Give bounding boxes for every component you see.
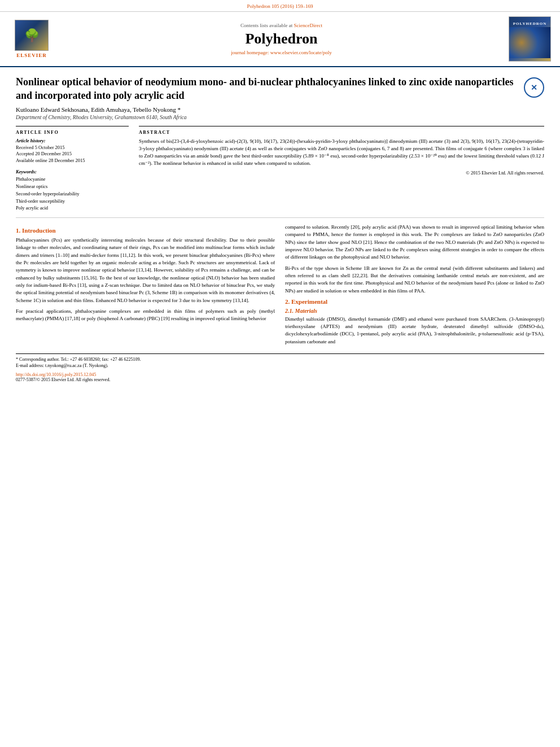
cover-title: POLYHEDRON <box>512 20 548 27</box>
history-label: Article history: <box>16 138 129 143</box>
keyword-3: Second-order hyperpolarizability <box>16 190 129 198</box>
journal-ref-text: Polyhedron 105 (2016) 159–169 <box>247 3 313 9</box>
keyword-2: Nonlinear optics <box>16 183 129 190</box>
sciencedirect-line: Contents lists available at ScienceDirec… <box>240 23 322 28</box>
keywords-label: Keywords: <box>16 169 129 174</box>
intro-para-1: Phthalocyanines (Pcs) are synthetically … <box>16 237 275 304</box>
abstract-heading: ABSTRACT <box>139 130 544 135</box>
logo-image: 🌳 <box>15 20 49 51</box>
materials-title: 2.1. Materials <box>285 308 544 314</box>
sciencedirect-link[interactable]: ScienceDirect <box>294 23 322 28</box>
journal-cover-image: POLYHEDRON <box>509 16 551 62</box>
article-content: Nonlinear optical behavior of neodymium … <box>0 67 560 390</box>
article-info-box: ARTICLE INFO Article history: Received 5… <box>16 126 129 212</box>
article-title: Nonlinear optical behavior of neodymium … <box>16 75 518 103</box>
homepage-text: journal homepage: www.elsevier.com/locat… <box>231 50 331 55</box>
doi-link[interactable]: http://dx.doi.org/10.1016/j.poly.2015.12… <box>16 372 544 377</box>
journal-header: 🌳 ELSEVIER Contents lists available at S… <box>0 12 560 67</box>
email-note: E-mail address: t.nyokong@ru.ac.za (T. N… <box>16 362 544 369</box>
abstract-box: ABSTRACT Syntheses of bis[23-(3,4-di-ylo… <box>139 126 544 176</box>
issn-text: 0277-5387/© 2015 Elsevier Ltd. All right… <box>16 377 544 382</box>
intro-para-2: For practical applications, phthalocyani… <box>16 308 275 323</box>
section-divider <box>16 217 544 218</box>
introduction-title: 1. Introduction <box>16 227 275 234</box>
abstract-col: ABSTRACT Syntheses of bis[23-(3,4-di-ylo… <box>139 126 544 212</box>
corresponding-author-note: * Corresponding author. Tel.: +27 46 603… <box>16 356 544 362</box>
doi-area: http://dx.doi.org/10.1016/j.poly.2015.12… <box>16 372 544 382</box>
abstract-text: Syntheses of bis[23-(3,4-di-yloxybenzoic… <box>139 138 544 167</box>
sciencedirect-label: Contents lists available at <box>240 23 292 28</box>
journal-name: Polyhedron <box>245 30 317 47</box>
available-date: Available online 28 December 2015 <box>16 158 129 164</box>
elsevier-logo: 🌳 ELSEVIER <box>9 16 54 62</box>
abstract-copyright: © 2015 Elsevier Ltd. All rights reserved… <box>139 170 544 176</box>
journal-center: Contents lists available at ScienceDirec… <box>60 16 503 62</box>
footnotes-area: * Corresponding author. Tel.: +27 46 603… <box>16 353 544 369</box>
page-container: Polyhedron 105 (2016) 159–169 🌳 ELSEVIER… <box>0 0 560 747</box>
body-right-col: compared to solution. Recently [20], pol… <box>285 224 544 349</box>
journal-ref-bar: Polyhedron 105 (2016) 159–169 <box>0 0 560 12</box>
experimental-title: 2. Experimental <box>285 298 544 305</box>
materials-text: Dimethyl sulfoxide (DMSO), dimethyl form… <box>285 316 544 346</box>
elsevier-wordmark: ELSEVIER <box>16 53 47 58</box>
intro-right-para-1: compared to solution. Recently [20], pol… <box>285 224 544 261</box>
tree-icon: 🌳 <box>24 28 40 43</box>
keyword-5: Poly acrylic acid <box>16 204 129 212</box>
article-info-heading: ARTICLE INFO <box>16 130 129 135</box>
article-authors: Kutloano Edward Sekhosana, Edith Amuhaya… <box>16 106 544 113</box>
journal-homepage: journal homepage: www.elsevier.com/locat… <box>231 50 331 55</box>
crossmark-icon: ✕ <box>531 83 537 92</box>
body-two-col: 1. Introduction Phthalocyanines (Pcs) ar… <box>16 224 544 349</box>
article-history: Article history: Received 5 October 2015… <box>16 138 129 165</box>
intro-right-para-2: Bi-Pcs of the type shown in Scheme 1B ar… <box>285 265 544 295</box>
affiliation: Department of Chemistry, Rhodes Universi… <box>16 115 544 120</box>
body-left-col: 1. Introduction Phthalocyanines (Pcs) ar… <box>16 224 275 349</box>
received-date: Received 5 October 2015 <box>16 145 129 151</box>
authors-text: Kutloano Edward Sekhosana, Edith Amuhaya… <box>16 106 181 113</box>
article-info-col: ARTICLE INFO Article history: Received 5… <box>16 126 129 212</box>
article-info-abstract: ARTICLE INFO Article history: Received 5… <box>16 126 544 212</box>
crossmark-badge[interactable]: ✕ <box>524 77 544 98</box>
cover-pattern <box>509 27 550 58</box>
keyword-1: Phthalocyanine <box>16 176 129 183</box>
keyword-4: Third-order susceptibility <box>16 198 129 205</box>
keywords-section: Keywords: Phthalocyanine Nonlinear optic… <box>16 169 129 212</box>
article-title-section: Nonlinear optical behavior of neodymium … <box>16 75 544 103</box>
accepted-date: Accepted 20 December 2015 <box>16 151 129 158</box>
